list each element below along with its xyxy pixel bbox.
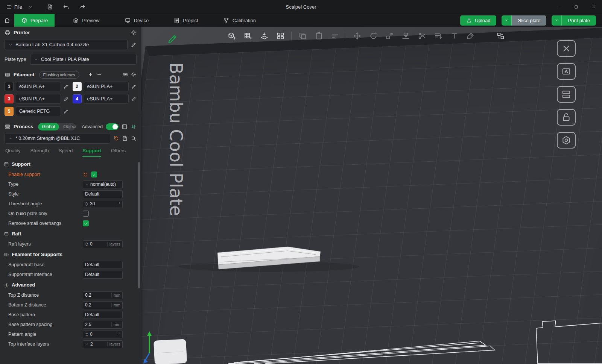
input-field[interactable]: Default (83, 311, 123, 319)
spinner-icon[interactable] (85, 242, 88, 247)
input-field[interactable]: Default (83, 271, 123, 279)
paint-button[interactable] (464, 30, 476, 42)
edit-printer-button[interactable] (131, 42, 137, 48)
advanced-toggle[interactable] (106, 123, 119, 130)
checkbox[interactable] (91, 171, 97, 177)
filament-name[interactable]: eSUN PLA+ (16, 94, 61, 104)
combo-field[interactable]: 2layers (83, 340, 123, 348)
home-button[interactable] (0, 14, 14, 27)
printer-preset-select[interactable]: Bambu Lab X1 Carbon 0.4 nozzle (5, 39, 128, 50)
tab-project[interactable]: Project (167, 14, 205, 27)
close-window-button[interactable] (585, 0, 602, 14)
maximize-button[interactable] (567, 0, 585, 14)
scale-button[interactable] (383, 30, 395, 42)
remove-filament-button[interactable] (96, 72, 102, 77)
process-tab-support[interactable]: Support (82, 148, 101, 157)
process-tab-speed[interactable]: Speed (59, 148, 73, 157)
filament-color-chip[interactable]: 4 (73, 94, 82, 103)
input-field[interactable]: 2.5mm (83, 321, 123, 329)
plate-settings-button[interactable] (557, 132, 576, 149)
filament-color-chip[interactable]: 5 (5, 107, 14, 116)
arrange-button[interactable] (274, 30, 286, 42)
process-tab-others[interactable]: Others (111, 148, 126, 157)
slice-plate-button[interactable]: Slice plate (512, 15, 546, 26)
text-button[interactable] (448, 30, 460, 42)
lay-flat-button[interactable] (400, 30, 412, 42)
edit-filament-button[interactable] (63, 96, 69, 102)
process-tab-strength[interactable]: Strength (30, 148, 49, 157)
parameter-table-button[interactable] (122, 124, 128, 130)
edit-filament-button[interactable] (63, 109, 69, 114)
compare-presets-button[interactable] (131, 124, 137, 130)
move-button[interactable] (351, 30, 363, 42)
input-field[interactable]: Default (83, 261, 123, 269)
print-plate-dropdown[interactable] (552, 15, 562, 26)
file-menu-button[interactable]: File (4, 3, 24, 11)
filament-color-chip[interactable]: 2 (73, 82, 82, 91)
cut-button[interactable] (416, 30, 428, 42)
filament-name[interactable]: eSUN PLA+ (16, 82, 61, 91)
model-wireframe-outlines[interactable] (228, 321, 602, 364)
model-neighbor-object[interactable] (154, 339, 187, 364)
filament-settings-button[interactable] (131, 72, 137, 77)
process-tab-quality[interactable]: Quality (5, 148, 20, 157)
print-plate-button[interactable]: Print plate (562, 15, 596, 26)
plate-list-button[interactable] (557, 86, 576, 103)
assembly-view-button[interactable] (494, 30, 506, 42)
auto-orient-button[interactable] (258, 30, 270, 42)
plate-type-select[interactable]: Cool Plate / PLA Plate (30, 54, 137, 65)
spin-field[interactable]: 0° (83, 331, 123, 338)
paste-button[interactable] (313, 30, 325, 42)
checkbox[interactable] (83, 220, 89, 226)
spinner-icon[interactable] (85, 202, 88, 206)
filament-name[interactable]: Generic PETG (16, 106, 61, 116)
viewport-3d[interactable]: Bambu Cool Plate (141, 27, 602, 364)
search-settings-button[interactable] (131, 135, 137, 141)
filament-color-chip[interactable]: 3 (5, 94, 14, 103)
reset-value-button[interactable] (83, 172, 88, 177)
filament-name[interactable]: eSUN PLA+ (84, 94, 129, 104)
edit-filament-button[interactable] (63, 84, 69, 89)
save-project-button[interactable] (47, 4, 53, 10)
upload-button[interactable]: Upload (460, 15, 496, 26)
edit-filament-button[interactable] (131, 84, 137, 89)
add-filament-button[interactable] (88, 72, 93, 77)
scope-global-button[interactable]: Global (38, 123, 59, 130)
input-field[interactable]: Default (83, 190, 123, 198)
copy-button[interactable] (296, 30, 309, 42)
scope-objects-button[interactable]: Objects (59, 123, 76, 130)
add-plate-button[interactable] (242, 30, 254, 42)
edit-plate-name-button[interactable] (167, 33, 178, 45)
ams-sync-button[interactable] (122, 72, 128, 77)
file-menu-chevron[interactable] (28, 5, 33, 9)
filament-name[interactable]: eSUN PLA+ (84, 82, 129, 91)
spin-field[interactable]: 0layers (83, 240, 123, 248)
rotate-button[interactable] (367, 30, 379, 42)
filament-color-chip[interactable]: 1 (5, 82, 14, 91)
slice-plate-dropdown[interactable] (502, 15, 512, 26)
tab-calibration[interactable]: Calibration (216, 14, 263, 27)
reset-preset-button[interactable] (113, 135, 119, 141)
add-object-button[interactable] (226, 30, 238, 42)
align-button[interactable] (329, 30, 341, 42)
redo-button[interactable] (79, 4, 85, 10)
input-field[interactable]: 0.2mm (83, 291, 123, 299)
delete-plate-button[interactable] (557, 40, 576, 57)
auto-orient-plate-button[interactable] (557, 63, 576, 80)
undo-button[interactable] (63, 4, 69, 10)
select-field[interactable]: normal(auto) (83, 180, 123, 188)
tab-device[interactable]: Device (118, 14, 156, 27)
edit-filament-button[interactable] (131, 96, 137, 102)
tab-prepare[interactable]: Prepare (14, 14, 55, 27)
input-field[interactable]: 0.2mm (83, 301, 123, 309)
tab-preview[interactable]: Preview (66, 14, 106, 27)
process-preset-select[interactable]: * 0.20mm Strength @BBL X1C (5, 133, 110, 144)
printer-settings-button[interactable] (131, 30, 137, 36)
minimize-button[interactable] (550, 0, 567, 14)
layer-height-button[interactable] (432, 30, 444, 42)
spin-field[interactable]: 30° (83, 200, 123, 208)
lock-plate-button[interactable] (557, 109, 576, 126)
checkbox[interactable] (83, 211, 89, 217)
settings-scrollbar[interactable] (138, 162, 140, 288)
save-preset-button[interactable] (122, 135, 128, 141)
